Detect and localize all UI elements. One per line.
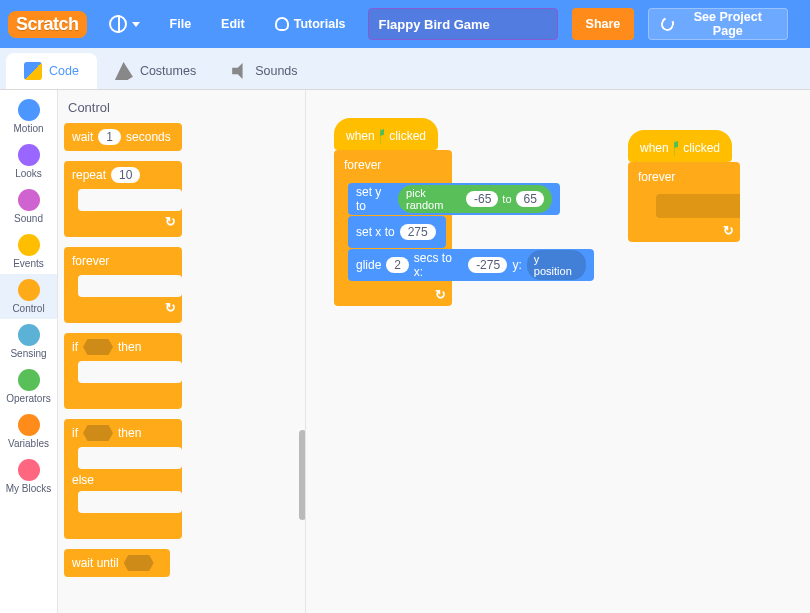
wait-input[interactable]: 1 (98, 129, 121, 145)
loop-arrow-icon (162, 304, 176, 316)
glide-block[interactable]: glide 2 secs to x: -275 y: y position (348, 249, 594, 281)
repeat-input[interactable]: 10 (111, 167, 140, 183)
tab-sounds[interactable]: Sounds (214, 53, 315, 89)
see-project-page-button[interactable]: See Project Page (648, 8, 788, 40)
pick-random-block[interactable]: pick random -65 to 65 (398, 185, 552, 213)
green-flag-icon (380, 128, 385, 144)
category-column: MotionLooksSoundEventsControlSensingOper… (0, 90, 58, 613)
if-else-block[interactable]: if then else (64, 419, 182, 539)
random-low-input[interactable]: -65 (466, 191, 498, 207)
costumes-icon (115, 62, 133, 80)
script-stack[interactable]: when clicked forever set y to pick rando… (334, 118, 452, 306)
category-sound[interactable]: Sound (0, 184, 57, 229)
category-label: Sensing (10, 348, 46, 359)
if-then-block[interactable]: if then (64, 333, 182, 409)
globe-icon (109, 15, 127, 33)
random-high-input[interactable]: 65 (516, 191, 544, 207)
category-label: Sound (14, 213, 43, 224)
category-label: My Blocks (6, 483, 52, 494)
tab-costumes[interactable]: Costumes (97, 53, 214, 89)
chevron-down-icon (132, 22, 140, 27)
glide-secs-input[interactable]: 2 (386, 257, 409, 273)
when-flag-clicked-block[interactable]: when clicked (628, 130, 732, 162)
loop-arrow-icon (432, 291, 446, 303)
category-looks[interactable]: Looks (0, 139, 57, 184)
category-variables[interactable]: Variables (0, 409, 57, 454)
tab-code[interactable]: Code (6, 53, 97, 89)
loop-arrow-icon (720, 227, 734, 239)
wait-block[interactable]: wait 1 seconds (64, 123, 182, 151)
green-flag-icon (674, 140, 679, 156)
category-dot-icon (18, 99, 40, 121)
tabs-row: Code Costumes Sounds (0, 48, 810, 90)
hex-input[interactable] (124, 555, 154, 571)
see-project-page-label: See Project Page (681, 10, 775, 38)
scripts-workspace[interactable]: when clicked forever set y to pick rando… (306, 90, 810, 613)
category-control[interactable]: Control (0, 274, 57, 319)
forever-block[interactable]: forever set y to pick random -65 to 65 s… (334, 150, 452, 306)
category-sensing[interactable]: Sensing (0, 319, 57, 364)
x-value-input[interactable]: 275 (400, 224, 436, 240)
file-menu[interactable]: File (162, 11, 200, 37)
tab-code-label: Code (49, 64, 79, 78)
category-dot-icon (18, 414, 40, 436)
category-label: Events (13, 258, 44, 269)
category-dot-icon (18, 144, 40, 166)
hex-input[interactable] (83, 425, 113, 441)
share-button[interactable]: Share (572, 8, 635, 40)
forever-block[interactable]: forever (628, 162, 740, 242)
y-position-reporter[interactable]: y position (527, 250, 586, 280)
category-my-blocks[interactable]: My Blocks (0, 454, 57, 499)
forever-block[interactable]: forever (64, 247, 182, 323)
category-dot-icon (18, 189, 40, 211)
top-menu-bar: Scratch File Edit Tutorials Share See Pr… (0, 0, 810, 48)
category-label: Control (12, 303, 44, 314)
category-dot-icon (18, 234, 40, 256)
scratch-logo[interactable]: Scratch (8, 11, 87, 38)
palette-heading: Control (68, 100, 299, 115)
code-icon (24, 62, 42, 80)
category-events[interactable]: Events (0, 229, 57, 274)
edit-menu[interactable]: Edit (213, 11, 253, 37)
tutorials-button[interactable]: Tutorials (267, 11, 354, 37)
tab-sounds-label: Sounds (255, 64, 297, 78)
category-dot-icon (18, 459, 40, 481)
category-motion[interactable]: Motion (0, 94, 57, 139)
language-menu[interactable] (101, 9, 148, 39)
category-label: Operators (6, 393, 50, 404)
category-label: Looks (15, 168, 42, 179)
category-operators[interactable]: Operators (0, 364, 57, 409)
category-dot-icon (18, 369, 40, 391)
category-dot-icon (18, 324, 40, 346)
category-label: Variables (8, 438, 49, 449)
set-x-block[interactable]: set x to 275 (348, 216, 446, 248)
refresh-icon (659, 15, 676, 33)
script-stack[interactable]: when clicked forever (628, 130, 740, 242)
lightbulb-icon (275, 17, 289, 31)
block-palette: Control wait 1 seconds repeat 10 forever (58, 90, 306, 613)
wait-until-block[interactable]: wait until (64, 549, 170, 577)
sounds-icon (232, 63, 248, 79)
hex-input[interactable] (83, 339, 113, 355)
category-label: Motion (13, 123, 43, 134)
glide-x-input[interactable]: -275 (468, 257, 507, 273)
palette-scrollbar[interactable] (299, 430, 306, 520)
tab-costumes-label: Costumes (140, 64, 196, 78)
set-y-block[interactable]: set y to pick random -65 to 65 (348, 183, 560, 215)
when-flag-clicked-block[interactable]: when clicked (334, 118, 438, 150)
repeat-block[interactable]: repeat 10 (64, 161, 182, 237)
tutorials-label: Tutorials (294, 17, 346, 31)
project-name-input[interactable] (368, 8, 558, 40)
category-dot-icon (18, 279, 40, 301)
loop-arrow-icon (162, 218, 176, 230)
